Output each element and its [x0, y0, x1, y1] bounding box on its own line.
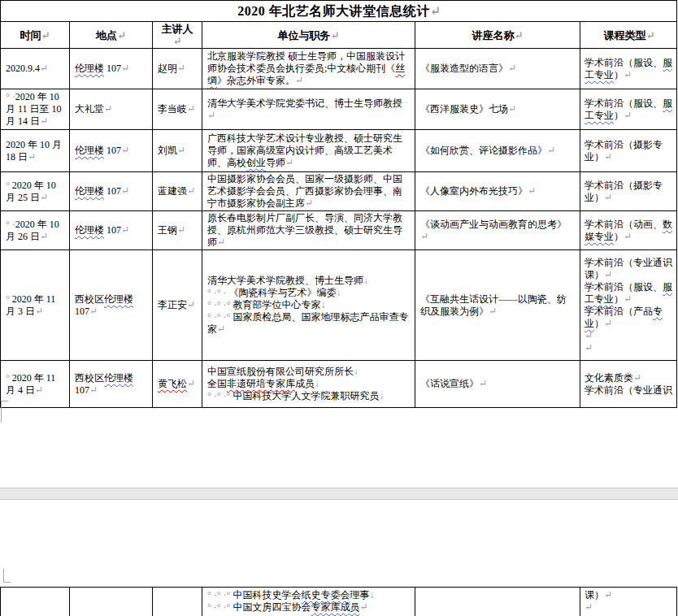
cell-place[interactable] [70, 588, 153, 616]
paragraph: 讲座名称↵ [420, 29, 575, 41]
cell-time[interactable] [1, 588, 70, 616]
cell-type[interactable]: 学术前沿（专业通识课）↵学术前沿（服设、服工专业）↵学术前沿（产品专业）↵↵↵ [580, 250, 677, 361]
paragraph: 《人像室内外布光技巧》↵ [420, 185, 575, 197]
text-segment: 2020.9.4 [6, 63, 40, 74]
paragraph: ° ·° ·° 教育部学位中心专家↓ [207, 299, 410, 311]
cell-place[interactable]: 西校区伦理楼107↵ [70, 250, 153, 361]
col-header-time[interactable]: 时间↵ [1, 22, 70, 49]
cell-lecture[interactable]: 《西洋服装史》七场↵ [415, 89, 580, 130]
text-segment: 》杂志外审专家。 [217, 75, 295, 86]
text-segment: 单位与职务 [278, 29, 331, 41]
paragraph: ° 2020 年 11 月 3 日↵ [6, 293, 64, 318]
cell-time[interactable]: ° ·2020 年 10 月 11 日至 10 月 14 日↵ [1, 89, 70, 130]
cell-lecture[interactable]: 《话说宣纸》↵ [415, 361, 580, 408]
cell-org[interactable]: 中国宣纸股份有限公司研究所所长↓全国非遗研培专家库成员↓° ·° ·° 中国科技… [202, 361, 415, 408]
paragraph: 广西科技大学艺术设计专业教授、硕士研究生导师，国家高级室内设计师、高级工艺美术师… [207, 132, 410, 169]
text-segment: 讲座名称 [472, 29, 515, 41]
col-header-place[interactable]: 地点↵ [70, 22, 153, 49]
paragraph: 伦理楼 107↵ [75, 185, 147, 197]
formatting-mark: ↵ [121, 63, 129, 74]
cell-org[interactable]: 中国摄影家协会会员、国家一级摄影师、中国艺术摄影学会会员、广西摄影家协会理事、南… [202, 172, 415, 211]
cell-org[interactable]: 清华大学美术学院党委书记、博士生导师教授↵ [202, 89, 415, 130]
cell-lecture[interactable]: 《人像室内外布光技巧》↵ [415, 172, 580, 211]
text-segment: 2020 年北艺名师大讲堂信息统计 [237, 4, 430, 18]
cell-org[interactable]: 广西科技大学艺术设计专业教授、硕士研究生导师，国家高级室内设计师、高级工艺美术师… [202, 130, 415, 172]
formatting-mark: ↵ [207, 110, 215, 121]
table-row: ° ·° ·° 中国科技史学会纸史专委会理事↓° ·° ·° 中国文房四宝协会专… [1, 588, 677, 616]
paragraph: 《互融共生话设计——以陶瓷、纺织及服装为例》↵ [420, 293, 575, 318]
cell-place[interactable]: 伦理楼 107↵ [70, 172, 153, 211]
formatting-mark: ↓ [320, 299, 325, 310]
cell-time[interactable]: ° ·2020 年 10 月 26 日↵ [1, 211, 70, 250]
table-row: ° ·2020 年 10 月 11 日至 10 月 14 日↵大礼堂↵李当岐↵清… [1, 89, 677, 130]
text-segment: 西校区 [75, 372, 104, 384]
paragraph: 2020 年北艺名师大讲堂信息统计↵ [5, 5, 674, 17]
cell-time[interactable]: ° 2020 年 10 月 25 日↵ [1, 172, 70, 211]
table-title[interactable]: 2020 年北艺名师大讲堂信息统计↵ [1, 1, 677, 22]
cell-lecture[interactable] [415, 588, 580, 616]
cell-type[interactable]: 学术前沿（摄影专业）↵ [580, 172, 677, 211]
paragraph: 刘凯↵ [158, 145, 197, 157]
formatting-mark: ° ·° ·° [207, 311, 233, 323]
col-header-org[interactable]: 单位与职务↵ [202, 22, 415, 49]
cell-time[interactable]: 2020 年 10 月 18 日↵ [1, 130, 70, 172]
cell-type[interactable]: 学术前沿（服设、服工专业）↵ [580, 89, 677, 130]
cell-lecture[interactable]: 《谈动画产业与动画教育的思考》↵ [415, 211, 580, 250]
cell-time[interactable]: 2020.9.4↵ [1, 49, 70, 89]
paragraph: 课程类型↵ [585, 29, 674, 41]
paragraph: 时间↵ [6, 29, 64, 41]
cell-speaker[interactable]: 刘凯↵ [153, 130, 202, 172]
text-segment: 伦理楼 [104, 293, 133, 305]
cell-speaker[interactable]: 李当岐↵ [153, 89, 202, 130]
cell-place[interactable]: 伦理楼 107↵ [70, 211, 153, 250]
formatting-mark: ↵ [121, 145, 129, 156]
formatting-mark: ↵ [117, 29, 126, 41]
cell-place[interactable]: 伦理楼 107↵ [70, 130, 153, 172]
formatting-mark: ↵ [528, 185, 536, 197]
text-segment: ） [614, 69, 624, 80]
cell-time[interactable]: ° 2020 年 11 月 3 日↵ [1, 250, 70, 361]
col-header-type[interactable]: 课程类型↵ [580, 22, 677, 49]
col-header-speaker[interactable]: 主讲人↵ [153, 22, 202, 49]
cell-place[interactable]: 伦理楼 107↵ [70, 49, 153, 89]
text-segment: 2020 年 11 月 4 日 [6, 372, 55, 396]
formatting-mark: ↵ [35, 384, 43, 396]
cell-speaker[interactable]: 李正安↵ [153, 250, 202, 361]
cell-lecture[interactable]: 《服装造型的语言》↵ [415, 49, 580, 89]
text-segment: 2020 年 10 月 25 日 [6, 180, 56, 203]
formatting-mark: ↵ [187, 299, 195, 310]
text-segment: 赵明 [158, 63, 177, 74]
paragraph: 学术前沿（专业通识课）↵ [585, 257, 674, 281]
paragraph: 黄飞松↵ [158, 378, 197, 390]
cell-place[interactable]: 大礼堂↵ [70, 89, 153, 130]
cell-type[interactable]: 课）↵↵ [580, 588, 677, 616]
paragraph: 中国摄影家协会会员、国家一级摄影师、中国艺术摄影学会会员、广西摄影家协会理事、南… [207, 173, 410, 210]
text-segment: 课程类型 [604, 29, 646, 41]
cell-speaker[interactable]: 黄飞松↵ [153, 361, 202, 408]
paragraph: 清华大学美术学院教授、博士生导师↓ [207, 275, 410, 287]
cell-speaker[interactable] [153, 588, 202, 616]
cell-org[interactable]: 北京服装学院教授 硕士生导师，中国服装设计师协会技术委员会执行委员;中文核心期刊… [202, 49, 415, 89]
cell-time[interactable]: ° 2020 年 11 月 4 日↵ [1, 361, 70, 408]
word-document-page: 2020 年北艺名师大讲堂信息统计↵时间↵地点↵主讲人↵单位与职务↵讲座名称↵课… [0, 0, 678, 616]
cell-type[interactable]: 学术前沿（摄影专业）↵ [580, 130, 677, 172]
table-row: 2020 年北艺名师大讲堂信息统计↵ [1, 1, 677, 22]
cell-org[interactable]: 原长春电影制片厂副厂长、导演、同济大学教授、原杭州师范大学三级教授、硕士研究生导… [202, 211, 415, 250]
col-header-lecture[interactable]: 讲座名称↵ [415, 22, 580, 49]
cell-lecture[interactable]: 《如何欣赏、评论摄影作品》↵ [415, 130, 580, 172]
cell-speaker[interactable]: 赵明↵ [153, 49, 202, 89]
text-segment: 非遗研培专家库 [227, 378, 295, 389]
text-segment: 教育部学位中心专家 [233, 299, 320, 310]
cell-type[interactable]: 学术前沿（动画、数媒专业）↵ [580, 211, 677, 250]
text-segment: 伦理楼 [75, 224, 104, 236]
cell-org[interactable]: ° ·° ·° 中国科技史学会纸史专委会理事↓° ·° ·° 中国文房四宝协会专… [202, 588, 415, 616]
table-row: ° ·2020 年 10 月 26 日↵伦理楼 107↵王钢↵原长春电影制片厂副… [1, 211, 677, 250]
text-segment: 课） [585, 589, 604, 601]
cell-type[interactable]: 学术前沿（服设、服工专业）↵ [580, 49, 677, 89]
cell-lecture[interactable]: 《互融共生话设计——以陶瓷、纺织及服装为例》↵ [415, 250, 580, 361]
cell-speaker[interactable]: 蓝建强↵ [153, 172, 202, 211]
cell-place[interactable]: 西校区伦理楼107↵ [70, 361, 153, 408]
cell-org[interactable]: 清华大学美术学院教授、博士生导师↓° ·° · 《陶瓷科学与艺术》编委↓° ·°… [202, 250, 415, 361]
cell-speaker[interactable]: 王钢↵ [153, 211, 202, 250]
cell-type[interactable]: 文化素质类↵学术前沿（专业通识 [580, 361, 677, 408]
